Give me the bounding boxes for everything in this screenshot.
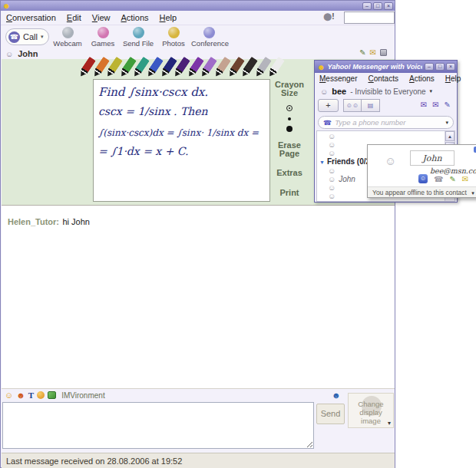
chat-message: hi John xyxy=(62,217,89,226)
messenger-menu-help[interactable]: Help xyxy=(445,74,461,83)
send-button[interactable]: Send xyxy=(316,404,345,424)
crayon-color[interactable] xyxy=(78,57,96,79)
chevron-down-icon[interactable]: ▾ xyxy=(430,88,433,94)
offline-contact-icon[interactable]: ☺ xyxy=(328,183,336,192)
offline-smiley-icon: ☺ xyxy=(328,175,336,183)
my-status: - Invisible to Everyone xyxy=(350,87,425,96)
quick-input[interactable] xyxy=(344,12,395,24)
imvironment-label[interactable]: IMVironment xyxy=(61,391,105,400)
signature-icon[interactable]: ✎ xyxy=(445,101,451,109)
messenger-menu-actions[interactable]: Actions xyxy=(409,74,435,83)
conversation-contact-name: John xyxy=(18,49,38,58)
messenger-titlebar[interactable]: ☻ Yahoo! Messenger with Voice (BETA) – □… xyxy=(315,61,457,73)
webcam-alert-icon: ⬤! xyxy=(323,12,335,21)
phone-number-field[interactable]: ☎ Type a phone number ▾ xyxy=(318,116,454,129)
group-expand-icon[interactable]: ▼ xyxy=(319,160,325,165)
save-icon[interactable] xyxy=(380,49,387,56)
offline-smiley-icon: ☺ xyxy=(328,149,336,157)
contact-name-box[interactable]: John xyxy=(410,150,455,166)
crayon-size-small-selected[interactable] xyxy=(270,105,309,111)
email-contact-icon[interactable]: ✉ xyxy=(462,175,468,183)
popup-status[interactable]: You appear offline to this contact ▾ xyxy=(368,186,476,197)
call-contact-icon[interactable]: ☎ xyxy=(434,175,443,183)
photos-icon xyxy=(168,27,180,38)
crayon-size-medium[interactable] xyxy=(270,117,309,120)
offline-smiley-icon: ☺ xyxy=(328,140,336,149)
offline-smiley-icon: ☺ xyxy=(328,183,336,192)
offline-contact-icon[interactable]: ☺ xyxy=(328,149,336,157)
detail-view-toggle[interactable]: ▤ xyxy=(362,99,380,112)
phone-placeholder: Type a phone number xyxy=(335,118,442,127)
extras-button[interactable]: Extras xyxy=(270,169,309,177)
friends-group-header[interactable]: ▼Friends (0/21 xyxy=(319,157,375,166)
toolbar: ☎ Call ▾ WebcamGamesSend FilePhotosConfe… xyxy=(1,25,395,48)
offline-smiley-icon: ☺ xyxy=(328,132,336,140)
contacts-view-toggle[interactable]: ☺☺ xyxy=(343,99,362,112)
yahoo-smiley-icon: ☻ xyxy=(317,63,326,71)
mail-icon[interactable]: ✉ xyxy=(421,101,427,109)
close-button[interactable]: × xyxy=(446,63,455,71)
messenger-menu-contacts[interactable]: Contacts xyxy=(368,74,398,83)
messenger-menu-messenger[interactable]: Messenger xyxy=(319,74,357,83)
whiteboard-math-line: cscx = 1/sinx . Then xyxy=(98,105,266,117)
webcam-button[interactable]: Webcam xyxy=(50,27,85,48)
whiteboard[interactable]: Find ∫sinx·cscx dx.cscx = 1/sinx . Then∫… xyxy=(93,79,270,202)
send-file-button[interactable]: Send File xyxy=(121,27,156,48)
offline-contact-icon[interactable]: ☺ xyxy=(328,132,336,140)
offline-contact-icon[interactable]: ☺ xyxy=(328,192,336,200)
maximize-button[interactable]: □ xyxy=(373,2,382,10)
photos-button[interactable]: Photos xyxy=(156,27,191,48)
messenger-im-icon[interactable]: ☺ xyxy=(418,174,428,183)
doodle-pencil-icon[interactable]: ✎ xyxy=(359,48,365,57)
menu-view[interactable]: View xyxy=(92,13,111,22)
scroll-up-icon[interactable]: ▲ xyxy=(445,131,455,141)
text-format-icon[interactable]: T xyxy=(28,391,34,400)
call-button[interactable]: ☎ Call ▾ xyxy=(5,28,49,45)
status-bar: Last message received on 28.08.2006 at 1… xyxy=(2,453,395,468)
crayon-size-large[interactable] xyxy=(270,126,309,132)
chat-history[interactable]: Helen_Tutor: hi John xyxy=(2,205,395,388)
contact-row-john[interactable]: ☺John xyxy=(328,175,355,183)
audibles-icon[interactable] xyxy=(37,391,45,399)
offline-contact-icon[interactable]: ☺ xyxy=(328,140,336,149)
message-input[interactable] xyxy=(2,402,314,449)
maximize-button[interactable]: □ xyxy=(435,63,445,71)
chevron-down-icon[interactable]: ▾ xyxy=(471,190,474,196)
offline-contact-icon[interactable]: ☺ xyxy=(328,166,336,175)
call-button-label: Call xyxy=(23,32,38,41)
chevron-down-icon[interactable]: ▾ xyxy=(388,420,391,427)
menu-conversation[interactable]: Conversation xyxy=(6,13,56,22)
envelope-icon[interactable]: ✉ xyxy=(370,48,376,57)
display-image-icon[interactable]: ☻ xyxy=(332,391,341,400)
webcam-icon xyxy=(62,27,74,38)
menu-edit[interactable]: Edit xyxy=(67,13,81,22)
edit-contact-icon[interactable]: ✎ xyxy=(449,175,455,183)
chevron-down-icon[interactable]: ▾ xyxy=(445,120,448,126)
add-contact-button[interactable]: + xyxy=(318,99,339,112)
change-display-image[interactable]: Change display image ▾ xyxy=(348,393,394,428)
minimize-button[interactable]: – xyxy=(362,2,372,10)
popup-status-text: You appear offline to this contact xyxy=(372,189,467,196)
imvironment-icon[interactable] xyxy=(48,391,56,399)
print-button[interactable]: Print xyxy=(270,189,309,197)
conversation-titlebar[interactable]: ☻ – □ × xyxy=(1,1,395,11)
menu-bar: ConversationEditViewActionsHelp ⬤! xyxy=(1,11,395,25)
emoticon-icon[interactable]: ☺ xyxy=(5,391,13,400)
buzz-icon[interactable]: ☻ xyxy=(16,391,25,400)
minimize-button[interactable]: – xyxy=(425,63,434,71)
desktop: ☻ – □ × ConversationEditViewActionsHelp … xyxy=(0,0,476,468)
toolbar-button-label: Games xyxy=(85,39,121,48)
menu-actions[interactable]: Actions xyxy=(121,13,148,22)
toolbar-button-label: Webcam xyxy=(50,39,85,48)
send-file-icon xyxy=(133,27,144,38)
chevron-down-icon[interactable]: ▾ xyxy=(41,34,44,40)
games-button[interactable]: Games xyxy=(85,27,121,48)
address-book-icon[interactable]: ✉ xyxy=(432,101,438,109)
close-button[interactable]: × xyxy=(384,2,393,10)
messenger-toolbar: + ☺☺ ▤ ✉ ✉ ✎ xyxy=(315,98,457,115)
toolbar-button-label: Conference xyxy=(191,39,226,48)
my-status-row[interactable]: ☺ bee - Invisible to Everyone ▾ xyxy=(315,85,457,97)
erase-page-button[interactable]: Erase Page xyxy=(270,141,309,158)
menu-help[interactable]: Help xyxy=(160,13,177,22)
conference-button[interactable]: Conference xyxy=(191,27,226,48)
